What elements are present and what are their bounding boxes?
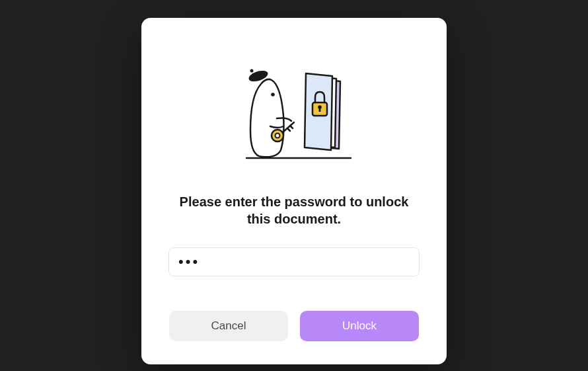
svg-point-5 <box>250 69 254 73</box>
password-input[interactable] <box>168 247 420 276</box>
svg-rect-3 <box>319 108 321 112</box>
svg-point-6 <box>271 93 275 97</box>
unlock-illustration <box>228 58 360 170</box>
unlock-button[interactable]: Unlock <box>300 311 419 341</box>
unlock-dialog: Please enter the password to unlock this… <box>141 18 447 364</box>
character-unlock-icon <box>228 58 360 170</box>
cancel-button[interactable]: Cancel <box>169 311 288 341</box>
button-row: Cancel Unlock <box>169 311 419 341</box>
prompt-text: Please enter the password to unlock this… <box>175 193 413 227</box>
svg-point-8 <box>276 134 280 138</box>
